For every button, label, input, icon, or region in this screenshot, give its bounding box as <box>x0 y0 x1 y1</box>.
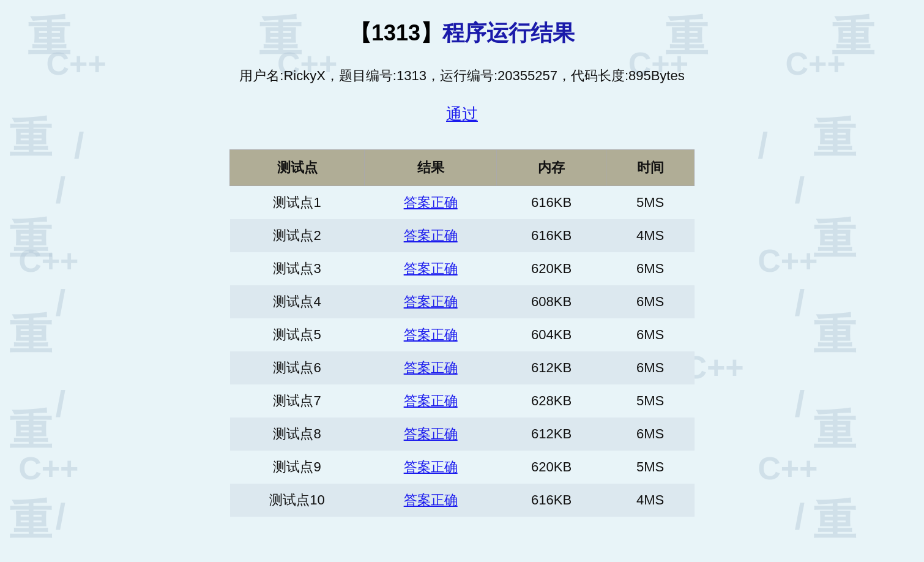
page-title: 【1313】程序运行结果 <box>349 18 575 48</box>
cell-result[interactable]: 答案正确 <box>365 451 497 484</box>
cell-result[interactable]: 答案正确 <box>365 252 497 285</box>
cell-result[interactable]: 答案正确 <box>365 418 497 451</box>
cell-testpoint: 测试点1 <box>230 186 365 220</box>
cell-time: 5MS <box>606 186 695 220</box>
cell-time: 5MS <box>606 451 695 484</box>
col-header-testpoint: 测试点 <box>230 150 365 186</box>
cell-testpoint: 测试点9 <box>230 451 365 484</box>
table-row: 测试点3答案正确620KB6MS <box>230 252 695 285</box>
cell-time: 6MS <box>606 252 695 285</box>
cell-memory: 612KB <box>497 418 606 451</box>
cell-memory: 620KB <box>497 252 606 285</box>
col-header-result: 结果 <box>365 150 497 186</box>
header-row: 测试点 结果 内存 时间 <box>230 150 695 186</box>
cell-memory: 616KB <box>497 484 606 517</box>
cell-time: 6MS <box>606 418 695 451</box>
cell-testpoint: 测试点4 <box>230 285 365 318</box>
cell-time: 6MS <box>606 318 695 351</box>
title-bracket-left: 【1313】 <box>349 20 442 45</box>
result-table: 测试点 结果 内存 时间 测试点1答案正确616KB5MS测试点2答案正确616… <box>229 149 695 517</box>
cell-testpoint: 测试点8 <box>230 418 365 451</box>
cell-time: 4MS <box>606 219 695 252</box>
title-text: 程序运行结果 <box>442 20 575 45</box>
table-row: 测试点9答案正确620KB5MS <box>230 451 695 484</box>
cell-testpoint: 测试点7 <box>230 384 365 418</box>
cell-memory: 612KB <box>497 351 606 384</box>
cell-testpoint: 测试点5 <box>230 318 365 351</box>
cell-result[interactable]: 答案正确 <box>365 285 497 318</box>
col-header-memory: 内存 <box>497 150 606 186</box>
cell-memory: 620KB <box>497 451 606 484</box>
cell-result[interactable]: 答案正确 <box>365 384 497 418</box>
main-content: 【1313】程序运行结果 用户名:RickyX，题目编号:1313，运行编号:2… <box>0 0 924 535</box>
table-row: 测试点8答案正确612KB6MS <box>230 418 695 451</box>
table-row: 测试点10答案正确616KB4MS <box>230 484 695 517</box>
table-row: 测试点6答案正确612KB6MS <box>230 351 695 384</box>
cell-memory: 628KB <box>497 384 606 418</box>
cell-time: 6MS <box>606 351 695 384</box>
cell-testpoint: 测试点10 <box>230 484 365 517</box>
table-row: 测试点5答案正确604KB6MS <box>230 318 695 351</box>
cell-time: 6MS <box>606 285 695 318</box>
cell-testpoint: 测试点6 <box>230 351 365 384</box>
table-body: 测试点1答案正确616KB5MS测试点2答案正确616KB4MS测试点3答案正确… <box>230 186 695 517</box>
table-row: 测试点7答案正确628KB5MS <box>230 384 695 418</box>
cell-result[interactable]: 答案正确 <box>365 484 497 517</box>
cell-memory: 616KB <box>497 219 606 252</box>
table-header: 测试点 结果 内存 时间 <box>230 150 695 186</box>
table-row: 测试点1答案正确616KB5MS <box>230 186 695 220</box>
cell-memory: 616KB <box>497 186 606 220</box>
table-row: 测试点2答案正确616KB4MS <box>230 219 695 252</box>
table-row: 测试点4答案正确608KB6MS <box>230 285 695 318</box>
cell-time: 4MS <box>606 484 695 517</box>
cell-result[interactable]: 答案正确 <box>365 219 497 252</box>
col-header-time: 时间 <box>606 150 695 186</box>
cell-memory: 608KB <box>497 285 606 318</box>
cell-memory: 604KB <box>497 318 606 351</box>
cell-time: 5MS <box>606 384 695 418</box>
meta-info: 用户名:RickyX，题目编号:1313，运行编号:20355257，代码长度:… <box>239 67 684 85</box>
cell-result[interactable]: 答案正确 <box>365 186 497 220</box>
status-link[interactable]: 通过 <box>446 103 478 125</box>
cell-testpoint: 测试点3 <box>230 252 365 285</box>
cell-testpoint: 测试点2 <box>230 219 365 252</box>
cell-result[interactable]: 答案正确 <box>365 351 497 384</box>
cell-result[interactable]: 答案正确 <box>365 318 497 351</box>
